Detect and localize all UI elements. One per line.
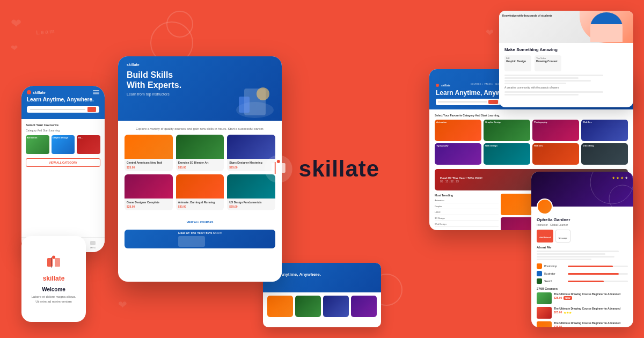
tablet-mockup: skillate Build SkillsWith Experts. Learn… [118, 56, 282, 282]
course-price-4: $25.00 [127, 205, 171, 208]
course-card-1[interactable]: Central American: New Trail $25.00 [125, 135, 173, 171]
mt-card-3[interactable] [323, 296, 349, 317]
search-button[interactable] [87, 107, 96, 112]
course-card-2[interactable]: Exercise 3D Blender Art $30.00 [176, 135, 224, 171]
dtr-cards-row: INK Graphic Design The Video Drawing Con… [504, 55, 628, 71]
profile-card: ★ ★ ★ ★ Ophelia Gardner Instructor · Glo… [531, 172, 633, 327]
tr-brand-dot [436, 84, 439, 87]
tr-cat-3d[interactable]: Typography [435, 143, 481, 165]
svg-rect-3 [275, 162, 276, 174]
about-line-3 [537, 256, 614, 258]
dtr-body: Make Something Amazing INK Graphic Desig… [499, 43, 633, 100]
course-info-2: Exercise 3D Blender Art $30.00 [176, 159, 224, 171]
tr-cat-label-video: Video Blog [581, 143, 628, 148]
mt-brand: skillate [267, 267, 377, 270]
deal-promo-img [178, 236, 205, 247]
course-info-5: Animate: Burning & Running $30.00 [176, 199, 224, 211]
text-line-5 [504, 91, 603, 93]
view-all-courses-link[interactable]: VIEW ALL COURSES [187, 221, 214, 224]
cat-label-animation: Animation [26, 135, 49, 140]
pc-avatar [537, 199, 553, 215]
star-3: ★ [620, 176, 624, 180]
search-input-bar [30, 109, 85, 110]
dtr-more-lines [504, 91, 628, 95]
sketch-icon [537, 278, 542, 284]
tr-cat-label-animation: Animation [435, 120, 481, 124]
pc-course-name-1: The Ultimate Drawing Course Beginner to … [554, 292, 628, 296]
tr-cat-label-typo: Web Design [484, 143, 530, 148]
course-price-6: $25.00 [229, 205, 273, 208]
svg-point-17 [609, 185, 633, 207]
mt-body [263, 292, 381, 320]
course-info-4: Game Designer Complete $25.00 [125, 199, 173, 211]
photoshop-icon [537, 263, 542, 269]
pc-course-name-3: The Ultimate Drawing Course Beginner to … [554, 321, 628, 325]
tr-cat-webdesign[interactable]: Web Dev [532, 143, 579, 165]
tr-search-inner [438, 101, 487, 102]
menu-icon [90, 241, 96, 245]
pc-action-buttons: Add Friend Message [537, 230, 628, 243]
pc-body: Ophelia Gardner Instructor · Global Lear… [531, 207, 633, 327]
tablet-section-text: Explore a variety of quality courses and… [125, 127, 275, 130]
course-card-4[interactable]: Game Designer Complete $25.00 [125, 174, 173, 211]
tr-trend-item-3: UI/UX [435, 211, 499, 215]
svg-rect-6 [93, 92, 99, 93]
brand-name: skillate [299, 156, 379, 182]
tr-cat-webdev[interactable]: Web Dev [581, 120, 628, 141]
pc-follow-button[interactable]: Add Friend [537, 230, 553, 243]
main-container: ❤ ❤ ❤ ❤ Leam skillate [0, 0, 644, 338]
mt-card-4[interactable] [351, 296, 377, 317]
pc-skill-sketch: Sketch [537, 278, 628, 284]
text-line-3 [504, 80, 591, 82]
course-card-5[interactable]: Animate: Burning & Running $30.00 [176, 174, 224, 211]
pc-price-2: $25.00 [554, 311, 562, 314]
pc-skill-photoshop: Photoshop [537, 263, 628, 269]
category-more[interactable]: Mo... [77, 135, 100, 154]
pc-message-button[interactable]: Message [555, 230, 570, 243]
mt-title: Learn Anytime, Anywhere. [267, 272, 377, 277]
pc-course-item-3[interactable]: The Ultimate Drawing Course Beginner to … [537, 321, 628, 327]
svg-rect-15 [239, 97, 250, 113]
pc-header: ★ ★ ★ ★ [531, 172, 633, 207]
tr-section-label: Select Your Favourite Category And Start… [435, 114, 628, 117]
pc-course-info-3: The Ultimate Drawing Course Beginner to … [554, 321, 628, 327]
brand-dot [27, 90, 31, 94]
phone-search-bar[interactable] [27, 106, 99, 113]
dtr-community-text: A creative community with thousands of u… [504, 86, 628, 89]
pc-stars-2: ★★★ [564, 311, 572, 314]
tr-cat-typo[interactable]: Web Design [484, 143, 530, 165]
course-name-2: Exercise 3D Blender Art [178, 161, 222, 165]
skill-fill-1 [568, 266, 613, 267]
tr-trend-item-5: Web Design [435, 223, 499, 227]
category-graphic[interactable]: Graphic Design [52, 135, 75, 154]
tr-search-button[interactable] [488, 100, 498, 104]
tr-cat-photo[interactable]: Photography [532, 120, 579, 141]
nav-menu[interactable]: Menu [89, 241, 97, 249]
mt-card-1[interactable] [267, 296, 293, 317]
pc-course-item-2[interactable]: The Ultimate Drawing Course Beginner to … [537, 307, 628, 319]
tr-cat-label-webdev: Web Dev [581, 120, 628, 124]
category-animation[interactable]: Animation [26, 135, 49, 154]
pc-follow-label: Add Friend [539, 236, 551, 239]
skill-name-3: Sketch [544, 280, 566, 283]
tr-cat-animation[interactable]: Animation [435, 120, 481, 141]
text-line-1 [504, 75, 603, 76]
pc-courses-label: 2768 Courses [537, 287, 628, 290]
mt-card-2[interactable] [295, 296, 321, 317]
tablet-content: Explore a variety of quality courses and… [118, 121, 282, 282]
pc-course-item-1[interactable]: The Ultimate Drawing Course Beginner to … [537, 292, 628, 304]
text-line-6 [504, 94, 579, 95]
course-name-6: UX Design Fundamentals [229, 201, 273, 204]
pc-tag-new-1: NEW [564, 296, 572, 300]
star-1: ★ [612, 176, 615, 180]
tr-brand-name: skillate [441, 84, 450, 87]
tr-search-bar[interactable] [436, 99, 500, 105]
svg-rect-7 [93, 93, 99, 94]
view-all-button[interactable]: VIEW ALL CATEGORY [26, 158, 100, 167]
tr-cat-video[interactable]: Video Blog [581, 143, 628, 165]
svg-rect-10 [51, 257, 52, 268]
tr-cat-graphic[interactable]: Graphic Design [484, 120, 530, 141]
svg-point-4 [277, 160, 280, 163]
pc-message-label: Message [559, 237, 567, 239]
tr-trending-list: Most Trending Animation Graphic UI/UX 3D… [435, 194, 499, 230]
